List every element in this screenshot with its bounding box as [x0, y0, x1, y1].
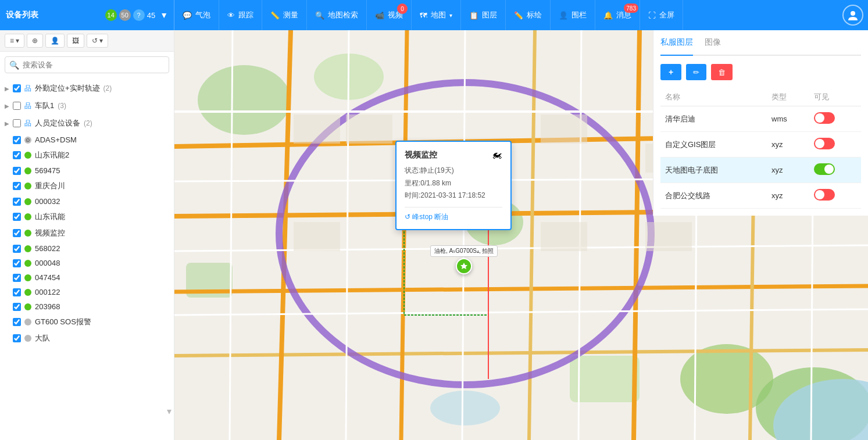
- device-group-g1: ▶ 品 外勤定位+实时轨迹 (2): [0, 80, 174, 96]
- person-button[interactable]: 👤: [45, 34, 65, 48]
- nav-fence[interactable]: 👤 围栏: [551, 0, 595, 30]
- video-badge: 0: [397, 3, 408, 14]
- toggle-hefei-bus[interactable]: [814, 189, 835, 201]
- device-item-d6[interactable]: 山东讯能: [0, 209, 174, 225]
- group-checkbox-g3[interactable]: [13, 119, 21, 127]
- nav-measure[interactable]: 📏 测量: [262, 0, 307, 30]
- device-checkbox-d3[interactable]: [13, 167, 21, 175]
- add-layer-button[interactable]: +: [660, 64, 681, 80]
- group-checkbox-g1[interactable]: [13, 84, 21, 92]
- device-checkbox-d11[interactable]: [13, 288, 21, 296]
- list-view-button[interactable]: ≡ ▾: [5, 34, 24, 48]
- group-label-g2: 车队1: [35, 101, 54, 111]
- device-item-d14[interactable]: 大队: [0, 330, 174, 346]
- device-checkbox-d12[interactable]: [13, 303, 21, 311]
- nav-track[interactable]: 👁 跟踪: [219, 0, 262, 30]
- group-header-g1[interactable]: ▶ 品 外勤定位+实时轨迹 (2): [0, 80, 174, 96]
- user-avatar[interactable]: [842, 5, 863, 26]
- device-checkbox-d10[interactable]: [13, 274, 21, 282]
- device-checkbox-d6[interactable]: [13, 213, 21, 221]
- device-item-d10[interactable]: 047454: [0, 270, 174, 285]
- notify-badge: 783: [624, 3, 638, 13]
- nav-bubble[interactable]: 💬 气泡: [174, 0, 219, 30]
- device-list: ▶ 品 外勤定位+实时轨迹 (2) ▶ 品 车队1 (3) ▶ 品 人员定位设备: [0, 78, 174, 440]
- more-button[interactable]: ↺ ▾: [87, 34, 108, 48]
- device-checkbox-d2[interactable]: [13, 151, 21, 159]
- device-item-d1[interactable]: ⊙ ADAS+DSM: [0, 133, 174, 147]
- device-item-d7[interactable]: 视频监控: [0, 225, 174, 241]
- toggle-custom-gis[interactable]: [814, 138, 835, 149]
- device-checkbox-d9[interactable]: [13, 259, 21, 267]
- svg-point-0: [851, 11, 855, 16]
- device-item-d9[interactable]: 000048: [0, 256, 174, 270]
- device-checkbox-d4[interactable]: [13, 182, 21, 190]
- device-checkbox-d14[interactable]: [13, 334, 21, 342]
- layer-row-hefei-bus[interactable]: 合肥公交线路 xyz: [660, 183, 861, 209]
- layer-toggle-tianditu[interactable]: [809, 158, 861, 183]
- layer-row-qinghua[interactable]: 清华启迪 wms: [660, 106, 861, 132]
- layer-row-custom-gis[interactable]: 自定义GIS图层 xyz: [660, 132, 861, 158]
- device-item-d3[interactable]: 569475: [0, 163, 174, 178]
- group-label-g1: 外勤定位+实时轨迹: [35, 83, 100, 94]
- group-count-g2: (3): [58, 102, 66, 110]
- toggle-knob-hefei-bus: [815, 190, 824, 199]
- expand-icon[interactable]: ▼: [160, 10, 168, 20]
- nav-fullscreen[interactable]: ⛶ 全屏: [640, 0, 683, 30]
- layer-toggle-qinghua[interactable]: [809, 106, 861, 132]
- image-button[interactable]: 🖼: [67, 34, 84, 48]
- status-icon-d14: [24, 335, 31, 342]
- group-arrow-g3: ▶: [5, 120, 9, 127]
- device-item-d11[interactable]: 000122: [0, 285, 174, 299]
- toggle-qinghua[interactable]: [814, 112, 835, 124]
- device-checkbox-d13[interactable]: [13, 318, 21, 326]
- tab-private-layer[interactable]: 私服图层: [660, 37, 693, 56]
- layer-toggle-hefei-bus[interactable]: [809, 183, 861, 209]
- device-checkbox-d7[interactable]: [13, 229, 21, 237]
- layer-name-qinghua: 清华启迪: [660, 106, 767, 132]
- device-item-d4[interactable]: 重庆合川: [0, 178, 174, 194]
- nav-track-label: 跟踪: [238, 10, 253, 20]
- device-checkbox-d5[interactable]: [13, 198, 21, 206]
- location-button[interactable]: ⊕: [27, 34, 43, 48]
- device-label-d4: 重庆合川: [35, 181, 65, 191]
- device-item-d2[interactable]: 山东讯能2: [0, 147, 174, 163]
- device-label-d11: 000122: [35, 288, 60, 296]
- status-icon-d5: [24, 198, 31, 205]
- status-icon-d13: [24, 319, 31, 325]
- delete-layer-button[interactable]: 🗑: [711, 64, 733, 80]
- edit-layer-button[interactable]: ✏: [686, 64, 706, 80]
- toggle-tianditu[interactable]: [814, 163, 835, 175]
- notify-icon: 🔔: [603, 11, 613, 20]
- list-arrow-icon: ▾: [16, 37, 19, 45]
- layer-table: 名称 类型 可见 清华启迪 wms 自定义GIS图层 xyz: [660, 88, 861, 209]
- device-item-d13[interactable]: GT600 SOS报警: [0, 314, 174, 330]
- device-checkbox-d1[interactable]: [13, 136, 21, 144]
- layer-toggle-custom-gis[interactable]: [809, 132, 861, 158]
- nav-notify[interactable]: 🔔 消息 783: [595, 0, 640, 30]
- status-icon-d2: [24, 152, 31, 159]
- tab-image[interactable]: 图像: [705, 37, 721, 50]
- layer-row-tianditu[interactable]: 天地图电子底图 xyz: [660, 158, 861, 183]
- device-checkbox-d8[interactable]: [13, 245, 21, 253]
- device-item-d12[interactable]: 203968: [0, 299, 174, 314]
- list-icon: ≡: [10, 37, 14, 45]
- nav-markup[interactable]: ✏️ 标绘: [506, 0, 551, 30]
- device-label-d13: GT600 SOS报警: [35, 317, 91, 327]
- question-count: 45: [147, 11, 155, 20]
- map-chevron-icon: ▾: [449, 12, 452, 19]
- device-item-d5[interactable]: 000032: [0, 194, 174, 209]
- vehicle-marker[interactable]: 油枪, A₅G0700S₄, 拍照: [430, 245, 498, 274]
- popup-action-stop[interactable]: ↺ 峰stop 断油: [405, 212, 448, 222]
- nav-map-label: 地图: [431, 10, 446, 20]
- nav-mapsearch[interactable]: 🔍 地图检索: [307, 0, 367, 30]
- nav-map[interactable]: 🗺 地图 ▾: [412, 0, 461, 30]
- group-header-g3[interactable]: ▶ 品 人员定位设备 (2): [0, 115, 174, 131]
- device-item-d8[interactable]: 568022: [0, 241, 174, 256]
- bubble-icon: 💬: [183, 11, 192, 20]
- nav-layer[interactable]: 📋 图层: [461, 0, 506, 30]
- search-input[interactable]: [5, 56, 169, 73]
- group-checkbox-g2[interactable]: [13, 102, 21, 110]
- group-header-g2[interactable]: ▶ 品 车队1 (3): [0, 98, 174, 114]
- svg-point-10: [430, 391, 500, 425]
- nav-video[interactable]: 📹 视频 0: [367, 0, 412, 30]
